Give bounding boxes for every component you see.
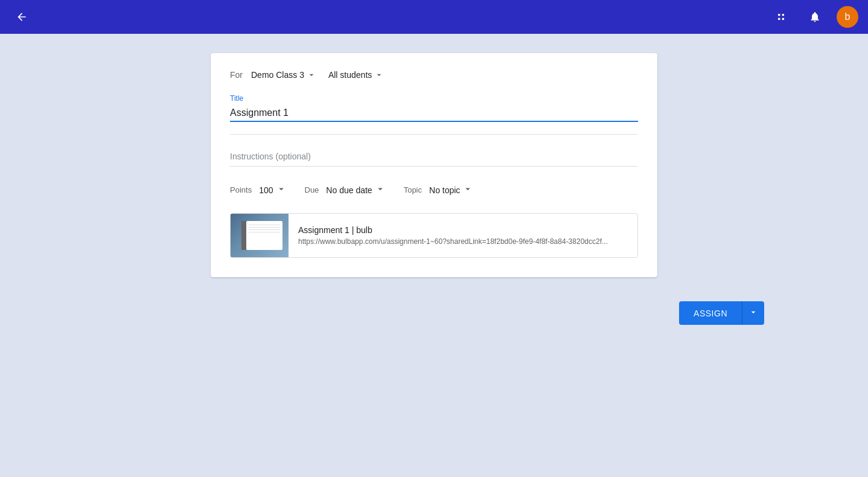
points-dropdown[interactable]: 100 [255, 181, 290, 199]
topic-label: Topic [404, 185, 422, 194]
back-arrow-icon [16, 11, 28, 23]
attachment-info: Assignment 1 | bulb https://www.bulbapp.… [289, 218, 637, 253]
assign-button[interactable]: ASSIGN [679, 301, 742, 325]
nav-right: b [769, 5, 858, 29]
students-dropdown[interactable]: All students [325, 68, 388, 82]
for-row: For Demo Class 3 All students [230, 68, 638, 82]
assign-row: ASSIGN [0, 292, 868, 325]
points-chevron-icon [276, 184, 287, 196]
due-value: No due date [326, 185, 372, 195]
due-label: Due [305, 185, 319, 194]
class-dropdown[interactable]: Demo Class 3 [247, 68, 320, 82]
class-name-label: Demo Class 3 [251, 70, 304, 80]
topic-chevron-icon [462, 184, 473, 196]
assign-dropdown-button[interactable] [742, 301, 764, 325]
grid-icon [775, 11, 787, 23]
due-dropdown[interactable]: No due date [322, 181, 389, 199]
notebook-paper [246, 221, 282, 250]
instructions-field-group [230, 147, 638, 167]
instructions-input[interactable] [230, 147, 638, 167]
notebook-spiral [241, 221, 246, 250]
title-field-group: Title [230, 94, 638, 122]
apps-button[interactable] [769, 5, 793, 29]
notifications-button[interactable] [803, 5, 827, 29]
for-label: For [230, 70, 243, 80]
attachment-url: https://www.bulbapp.com/u/assignment-1~6… [298, 237, 628, 246]
topic-item: Topic No topic [404, 181, 477, 199]
attachment-title: Assignment 1 | bulb [298, 225, 628, 235]
nav-left [10, 5, 34, 29]
main-content: For Demo Class 3 All students [0, 0, 868, 277]
title-divider [230, 134, 638, 135]
points-value: 100 [259, 185, 273, 195]
topic-dropdown[interactable]: No topic [426, 181, 477, 199]
due-chevron-icon [375, 184, 386, 196]
points-label: Points [230, 185, 252, 194]
attachment-card[interactable]: Assignment 1 | bulb https://www.bulbapp.… [230, 213, 638, 258]
students-chevron-icon [374, 70, 384, 80]
class-chevron-icon [307, 70, 316, 80]
points-item: Points 100 [230, 181, 290, 199]
top-navigation: b [0, 0, 868, 34]
back-button[interactable] [10, 5, 34, 29]
assignment-form-card: For Demo Class 3 All students [211, 53, 657, 277]
assign-dropdown-chevron-icon [748, 307, 758, 319]
due-item: Due No due date [305, 181, 389, 199]
notebook-image [231, 214, 289, 257]
attachment-thumbnail [231, 214, 289, 257]
topic-value: No topic [429, 185, 460, 195]
students-label: All students [328, 70, 372, 80]
title-input[interactable] [230, 105, 638, 122]
avatar-letter: b [845, 11, 850, 22]
metadata-row: Points 100 Due No due date [230, 181, 638, 199]
assign-button-group: ASSIGN [679, 301, 764, 325]
title-label: Title [230, 94, 638, 103]
bell-icon [809, 11, 821, 23]
user-avatar[interactable]: b [837, 6, 858, 28]
